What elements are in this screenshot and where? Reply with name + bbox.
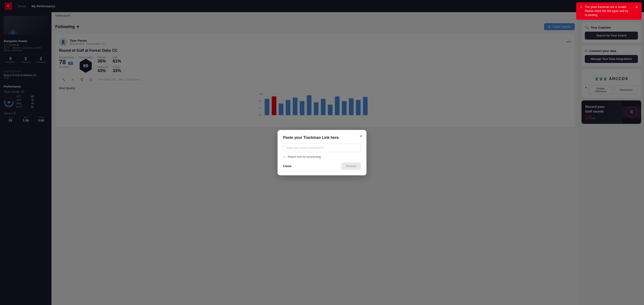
modal-title: Paste your Trackman Link here.: [283, 136, 361, 140]
success-check-icon: ✓: [283, 155, 286, 159]
success-text: Report sent for processing: [288, 155, 321, 158]
error-toast: ⚠ The given trackman link is invalid. Pl…: [576, 2, 642, 20]
toast-icon: ⚠: [580, 5, 582, 9]
modal-submit-btn[interactable]: Submit: [341, 162, 361, 170]
modal-close-btn[interactable]: Close: [283, 164, 291, 168]
trackman-modal: Paste your Trackman Link here. ✕ ✓ Repor…: [278, 130, 366, 175]
trackman-link-input[interactable]: [283, 144, 361, 152]
modal-success-msg: ✓ Report sent for processing: [283, 155, 361, 159]
modal-footer: Close Submit: [283, 162, 361, 170]
modal-close-x-btn[interactable]: ✕: [359, 134, 363, 139]
toast-message: The given trackman link is invalid. Plea…: [585, 5, 631, 17]
modal-overlay: Paste your Trackman Link here. ✕ ✓ Repor…: [0, 0, 644, 305]
toast-close-btn[interactable]: ✕: [635, 5, 638, 10]
